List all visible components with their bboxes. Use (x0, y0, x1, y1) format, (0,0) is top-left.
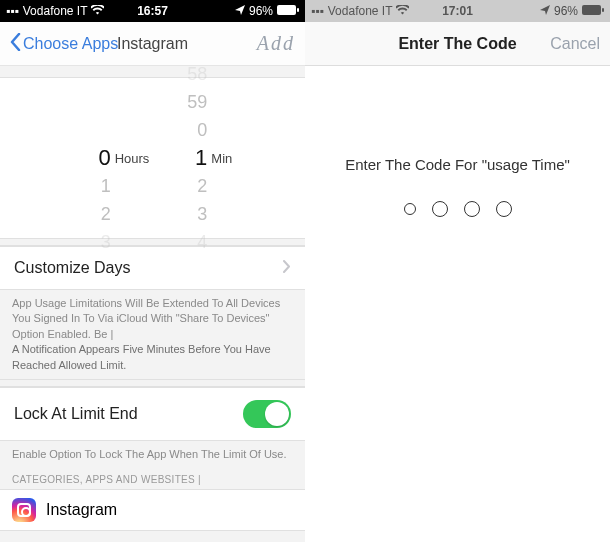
min-selected: 1 (195, 144, 207, 172)
min-opt: 0 (197, 116, 207, 144)
battery-icon (277, 4, 299, 18)
svg-rect-2 (582, 5, 601, 15)
usage-note: App Usage Limitations Will Be Extended T… (0, 290, 305, 379)
app-row-instagram[interactable]: Instagram (0, 489, 305, 531)
svg-rect-1 (297, 8, 299, 12)
app-name-label: Instagram (46, 501, 117, 519)
note-text: App Usage Limitations Will Be Extended T… (12, 297, 280, 340)
location-icon (540, 4, 550, 18)
lock-limit-row: Lock At Limit End (0, 387, 305, 441)
separator (0, 379, 305, 387)
nav-title: Instagram (117, 35, 188, 53)
hours-opt: 1 (101, 172, 111, 200)
left-screenshot: ▪▪▪ Vodafone IT 16:57 96% Choose Apps In… (0, 0, 305, 542)
lock-limit-label: Lock At Limit End (14, 405, 138, 423)
min-opt: 59 (187, 88, 207, 116)
passcode-dot (496, 201, 512, 217)
hours-opt: 2 (101, 200, 111, 228)
status-right: 96% (235, 4, 299, 18)
wifi-icon (396, 4, 409, 18)
carrier-text: Vodafone IT (23, 4, 88, 18)
min-opt: 4 (197, 228, 207, 256)
battery-pct: 96% (249, 4, 273, 18)
add-button[interactable]: Add (257, 32, 295, 55)
back-label: Choose Apps (23, 35, 118, 53)
cancel-button[interactable]: Cancel (550, 35, 600, 53)
chevron-right-icon (283, 259, 291, 277)
nav-bar: Enter The Code Cancel (305, 22, 610, 66)
battery-icon (582, 4, 604, 18)
signal-icon: ▪▪▪ (6, 4, 19, 18)
code-prompt-label: Enter The Code For "usage Time" (305, 156, 610, 173)
passcode-dots (305, 201, 610, 217)
spacer (0, 531, 305, 542)
svg-rect-3 (602, 8, 604, 12)
back-button[interactable]: Choose Apps (10, 33, 118, 55)
section-header: CATEGORIES, APPS AND WEBSITES | (0, 468, 305, 489)
section-header-text: CATEGORIES, APPS AND WEBSITES (12, 474, 195, 485)
status-bar: ▪▪▪ Vodafone IT 17:01 96% (305, 0, 610, 22)
battery-pct: 96% (554, 4, 578, 18)
min-unit: Min (211, 151, 232, 166)
svg-rect-0 (277, 5, 296, 15)
customize-days-label: Customize Days (14, 259, 130, 277)
right-screenshot: ▪▪▪ Vodafone IT 17:01 96% Enter The Code… (305, 0, 610, 542)
status-time: 17:01 (442, 4, 473, 18)
instagram-icon (12, 498, 36, 522)
hours-column[interactable]: . . . 0 1 2 3 Hours (63, 60, 160, 256)
wifi-icon (91, 4, 104, 18)
status-right: 96% (540, 4, 604, 18)
location-icon (235, 4, 245, 18)
hours-unit: Hours (115, 151, 150, 166)
lock-note: Enable Option To Lock The App When The L… (0, 441, 305, 468)
lock-limit-toggle[interactable] (243, 400, 291, 428)
nav-title: Enter The Code (398, 35, 516, 53)
min-opt: 58 (187, 60, 207, 88)
min-opt: 2 (197, 172, 207, 200)
passcode-dot (464, 201, 480, 217)
carrier-label: ▪▪▪ Vodafone IT (311, 4, 409, 18)
chevron-left-icon (10, 33, 21, 55)
hours-selected: 0 (98, 144, 110, 172)
signal-icon: ▪▪▪ (311, 4, 324, 18)
status-bar: ▪▪▪ Vodafone IT 16:57 96% (0, 0, 305, 22)
time-picker[interactable]: . . . 0 1 2 3 Hours 58 59 0 1 2 3 4 Min (0, 78, 305, 238)
note-text-2: A Notification Appears Five Minutes Befo… (12, 343, 271, 370)
carrier-label: ▪▪▪ Vodafone IT (6, 4, 104, 18)
passcode-dot (432, 201, 448, 217)
carrier-text: Vodafone IT (328, 4, 393, 18)
status-time: 16:57 (137, 4, 168, 18)
min-opt: 3 (197, 200, 207, 228)
minutes-column[interactable]: 58 59 0 1 2 3 4 Min (159, 60, 242, 256)
passcode-dot (404, 203, 416, 215)
hours-opt: 3 (101, 228, 111, 256)
